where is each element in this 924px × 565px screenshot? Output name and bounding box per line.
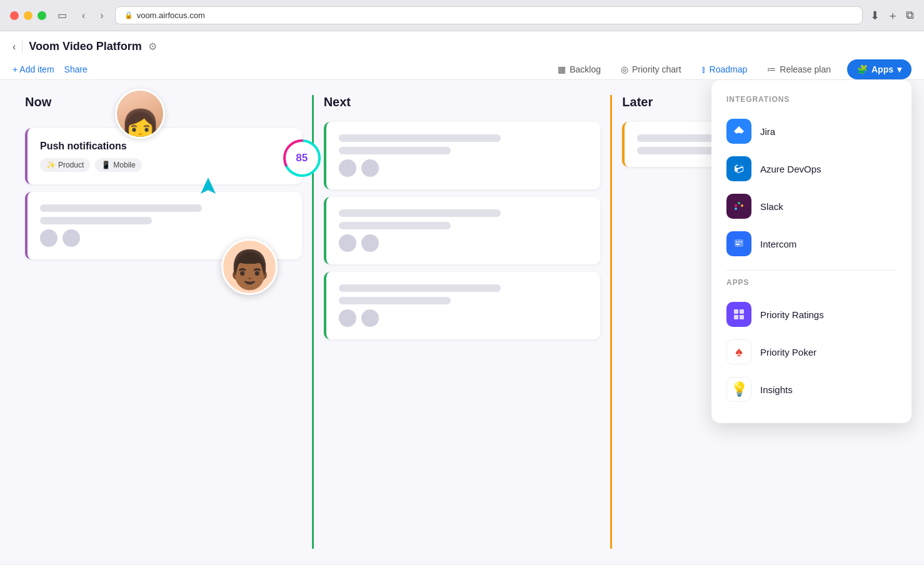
avatar-male: 👨🏾 (221, 239, 278, 295)
column-now: Now 👩 Push notifications (15, 95, 312, 549)
dot-1 (40, 229, 58, 247)
new-tab-icon[interactable]: ＋ (887, 8, 898, 23)
tab-roadmap[interactable]: ⫿ Roadmap (693, 59, 756, 79)
jira-icon (726, 119, 751, 144)
integration-azure-devops[interactable]: Azure DevOps (726, 150, 896, 188)
dot-1 (339, 234, 356, 252)
svg-rect-18 (740, 315, 744, 319)
copy-tab-icon[interactable]: ⧉ (906, 8, 914, 23)
skeleton-line-2 (40, 217, 152, 224)
slack-label: Slack (760, 201, 783, 212)
nav-tabs: ▦ Backlog ◎ Priority chart ⫿ Roadmap ≔ R… (549, 59, 911, 79)
release-plan-icon: ≔ (767, 64, 776, 74)
tag-mobile-label: Mobile (113, 161, 135, 169)
tab-release-plan[interactable]: ≔ Release plan (758, 59, 840, 79)
apps-button-label: Apps (871, 64, 893, 74)
tag-mobile[interactable]: 📱 Mobile (95, 158, 141, 172)
tab-roadmap-label: Roadmap (710, 64, 748, 74)
download-icon[interactable]: ⬇ (870, 8, 880, 23)
priority-ratings-icon (726, 302, 751, 327)
svg-rect-12 (738, 241, 740, 242)
skeleton-lines (339, 284, 588, 304)
tab-priority-chart-label: Priority chart (632, 64, 681, 74)
svg-rect-9 (741, 204, 743, 207)
app-header: ‹ Voom Video Platform ⚙ + Add item Share… (0, 31, 924, 80)
skeleton-line-1 (339, 284, 501, 292)
svg-rect-7 (735, 208, 737, 210)
dot-2 (361, 234, 379, 252)
apps-dropdown-button[interactable]: 🧩 Apps ▾ (847, 59, 911, 79)
app-insights[interactable]: 💡 Insights (726, 371, 896, 408)
url-text: voom.airfocus.com (137, 11, 205, 20)
back-button[interactable]: ‹ (78, 9, 89, 22)
dot-2 (361, 159, 379, 177)
apps-section-title: APPS (726, 278, 896, 287)
integration-slack[interactable]: Slack (726, 188, 896, 225)
skeleton-line-1 (40, 204, 202, 212)
address-bar[interactable]: 🔒 voom.airfocus.com (115, 6, 863, 24)
sparkles-icon: ✨ (46, 161, 56, 169)
dot-2 (63, 229, 80, 247)
card-dots (339, 234, 588, 252)
settings-gear-button[interactable]: ⚙ (148, 41, 157, 52)
svg-point-5 (737, 129, 741, 133)
dot-2 (361, 309, 379, 327)
dot-1 (339, 159, 356, 177)
skeleton-lines (339, 134, 588, 154)
back-to-projects-button[interactable]: ‹ (13, 41, 16, 52)
traffic-lights (10, 11, 46, 20)
add-item-button[interactable]: + Add item (13, 64, 54, 74)
svg-rect-14 (736, 244, 740, 245)
svg-rect-10 (735, 239, 743, 247)
app-priority-poker[interactable]: ♠ Priority Poker (726, 333, 896, 371)
insights-label: Insights (760, 384, 793, 395)
column-next-title: Next (324, 95, 601, 109)
svg-rect-16 (740, 309, 744, 314)
card-dots (339, 309, 588, 327)
share-button[interactable]: Share (64, 64, 88, 74)
score-number: 85 (296, 152, 308, 164)
backlog-icon: ▦ (558, 64, 566, 74)
close-button[interactable] (10, 11, 19, 20)
skeleton-line-1 (339, 209, 501, 217)
tab-release-plan-label: Release plan (780, 64, 831, 74)
azure-devops-icon (726, 156, 751, 181)
intercom-label: Intercom (760, 239, 796, 249)
priority-poker-label: Priority Poker (760, 347, 816, 358)
project-title: Voom Video Platform (29, 40, 141, 53)
mobile-icon: 📱 (101, 161, 111, 169)
card-next-1[interactable] (324, 122, 601, 189)
tag-product[interactable]: ✨ Product (40, 158, 90, 172)
lock-icon: 🔒 (124, 11, 133, 19)
integrations-section-title: INTEGRATIONS (726, 95, 896, 104)
intercom-icon (726, 231, 751, 256)
svg-rect-11 (736, 241, 737, 242)
dot-1 (339, 309, 356, 327)
app-priority-ratings[interactable]: Priority Ratings (726, 296, 896, 333)
skeleton-line-2 (339, 297, 451, 304)
svg-rect-6 (735, 204, 737, 207)
svg-rect-13 (741, 241, 742, 242)
score-badge: 85 (282, 138, 322, 178)
skeleton-line-2 (339, 147, 451, 154)
azure-devops-label: Azure DevOps (760, 164, 821, 174)
maximize-button[interactable] (38, 11, 46, 20)
integration-jira[interactable]: Jira (726, 112, 896, 150)
tab-backlog-label: Backlog (570, 64, 601, 74)
card-title-push-notifications: Push notifications (40, 141, 289, 152)
card-next-2[interactable] (324, 197, 601, 264)
apps-puzzle-icon: 🧩 (857, 64, 868, 74)
tab-priority-chart[interactable]: ◎ Priority chart (612, 59, 690, 79)
integration-intercom[interactable]: Intercom (726, 225, 896, 262)
title-divider (22, 41, 23, 53)
forward-button[interactable]: › (96, 9, 107, 22)
skeleton-line-2 (339, 222, 451, 229)
tab-backlog[interactable]: ▦ Backlog (549, 59, 610, 79)
sidebar-toggle-button[interactable]: ▭ (54, 8, 71, 22)
navigation-bar: + Add item Share ▦ Backlog ◎ Priority ch… (13, 53, 911, 79)
slack-icon (726, 194, 751, 219)
browser-actions: ⬇ ＋ ⧉ (870, 8, 914, 23)
card-next-3[interactable] (324, 272, 601, 339)
minimize-button[interactable] (24, 11, 33, 20)
apps-dropdown-panel: INTEGRATIONS Jira Azure DevOps (711, 80, 911, 423)
